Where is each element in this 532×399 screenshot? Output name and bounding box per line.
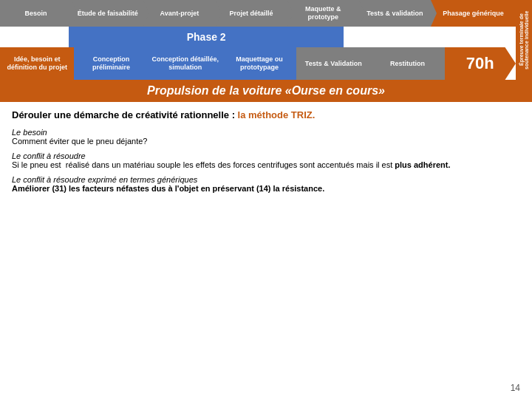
phase2-right-spacer [344, 27, 516, 47]
step2-conception: Conception préliminaire [74, 47, 148, 80]
step-tests: Tests & validation [359, 0, 431, 27]
section-conflit-label: Le conflit à résoudre [12, 151, 520, 160]
deroule-title: Dérouler une démarche de créativité rati… [12, 109, 520, 120]
step2-idee: Idée, besoin et définition du projet [0, 47, 74, 80]
step2-restitution: Restitution [370, 47, 444, 80]
step2-tests: Tests & Validation [296, 47, 370, 80]
section-besoin: Le besoin Comment éviter que le pneu déj… [12, 128, 520, 146]
process-row-1: Besoin Étude de faisabilité Avant-projet… [0, 0, 516, 27]
section-conflit-generique-label: Le conflit à résoudre exprimé en termes … [12, 175, 520, 184]
section-conflit: Le conflit à résoudre Si le pneu est réa… [12, 151, 520, 169]
step-besoin: Besoin [0, 0, 72, 27]
side-label: Épreuve terminale de soutenance individu… [516, 0, 532, 80]
process-wrapper: Besoin Étude de faisabilité Avant-projet… [0, 0, 532, 80]
section-conflit-content: Si le pneu est réalisé dans un matériau … [12, 160, 520, 169]
phase2-block: Phase 2 [69, 27, 344, 47]
process-row-2: Idée, besoin et définition du projet Con… [0, 47, 516, 80]
section-conflit-generique: Le conflit à résoudre exprimé en termes … [12, 175, 520, 193]
step-avant: Avant-projet [143, 0, 215, 27]
page-number: 14 [511, 383, 520, 393]
step-etude: Étude de faisabilité [72, 0, 143, 27]
step2-hours: 70h [445, 47, 516, 80]
step-phasage: Phasage générique [431, 0, 516, 27]
step2-maquettage: Maquettage ou prototypage [222, 47, 296, 80]
phase2-label: Phase 2 [187, 31, 226, 43]
phase2-row: Phase 2 [0, 27, 516, 47]
section-besoin-label: Le besoin [12, 128, 520, 137]
phase2-spacer [0, 27, 69, 47]
section-besoin-content: Comment éviter que le pneu déjante? [12, 137, 520, 146]
step-projet: Projet détaillé [216, 0, 287, 27]
content-area: Dérouler une démarche de créativité rati… [0, 102, 532, 206]
process-inner: Besoin Étude de faisabilité Avant-projet… [0, 0, 516, 80]
step2-conception-det: Conception détaillée, simulation [149, 47, 222, 80]
section-conflit-generique-content: Améliorer (31) les facteurs néfastes dus… [12, 184, 520, 193]
orange-banner: Propulsion de la voiture «Ourse en cours… [0, 80, 532, 102]
step-maquette: Maquette & prototype [287, 0, 359, 27]
